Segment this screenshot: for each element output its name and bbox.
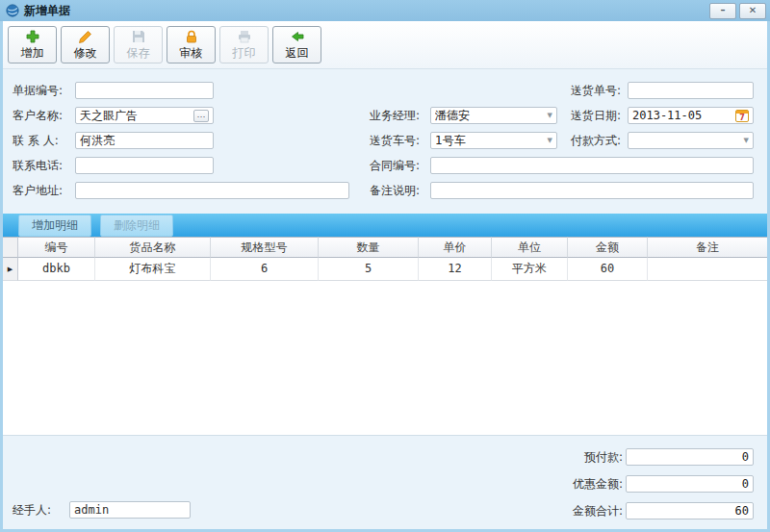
delivery-date-label: 送货日期:: [571, 107, 621, 124]
calendar-icon[interactable]: 7: [735, 110, 749, 122]
contact-person-input[interactable]: 何洪亮: [75, 132, 214, 149]
print-button-label: 打印: [233, 45, 256, 62]
customer-address-input[interactable]: [75, 182, 349, 199]
discount-input[interactable]: 0: [626, 475, 754, 493]
edit-button[interactable]: 修改: [61, 26, 110, 63]
payment-method-select[interactable]: ▼: [628, 132, 754, 149]
window-controls: – ✕: [709, 3, 766, 19]
col-header-spec[interactable]: 规格型号: [211, 237, 319, 258]
cell-spec[interactable]: 6: [211, 258, 319, 281]
contract-no-input[interactable]: [430, 157, 754, 174]
prepayment-input[interactable]: 0: [626, 448, 754, 466]
col-header-price[interactable]: 单价: [419, 237, 492, 258]
contract-no-label: 合同编号:: [370, 157, 420, 174]
close-button[interactable]: ✕: [739, 3, 766, 19]
total-amount-label: 金额合计:: [573, 502, 623, 519]
back-arrow-icon: [290, 29, 305, 44]
audit-button-label: 审核: [180, 45, 203, 62]
window-content: 增加 修改 保存 审核 打印 返回: [3, 21, 767, 529]
cell-amount[interactable]: 60: [568, 258, 648, 281]
window-title: 新增单据: [24, 3, 70, 19]
customer-name-input[interactable]: 天之眼广告 …: [75, 107, 214, 124]
col-header-remark[interactable]: 备注: [648, 237, 767, 258]
contact-person-label: 联 系 人:: [13, 132, 59, 149]
header-form: 单据编号: 送货单号: 客户名称: 天之眼广告 … 业务经理: 潘德安 ▼ 送货…: [3, 69, 767, 214]
cell-code[interactable]: dbkb: [18, 258, 95, 281]
ellipsis-icon: …: [197, 110, 206, 119]
main-toolbar: 增加 修改 保存 审核 打印 返回: [3, 21, 767, 69]
chevron-down-icon: ▼: [744, 133, 749, 148]
add-detail-button[interactable]: 增加明细: [18, 215, 91, 237]
vehicle-no-select[interactable]: 1号车 ▼: [430, 132, 557, 149]
save-icon: [131, 29, 146, 44]
contact-phone-input[interactable]: [75, 157, 214, 174]
customer-lookup-button[interactable]: …: [193, 110, 209, 122]
remarks-input[interactable]: [430, 182, 754, 199]
add-button[interactable]: 增加: [8, 26, 57, 63]
vehicle-no-label: 送货车号:: [370, 132, 420, 149]
col-header-qty[interactable]: 数量: [319, 237, 419, 258]
business-manager-label: 业务经理:: [370, 107, 420, 124]
add-button-label: 增加: [21, 45, 44, 62]
add-icon: [25, 29, 40, 44]
cell-qty[interactable]: 5: [319, 258, 419, 281]
grid-selector-header: [3, 237, 18, 258]
row-selector-icon[interactable]: ▶: [3, 258, 18, 281]
cell-unit[interactable]: 平方米: [492, 258, 568, 281]
delivery-no-label: 送货单号:: [571, 82, 621, 99]
edit-button-label: 修改: [74, 45, 97, 62]
save-button-label: 保存: [127, 45, 150, 62]
table-row[interactable]: ▶ dbkb 灯布科宝 6 5 12 平方米 60: [3, 258, 767, 281]
handler-input[interactable]: admin: [69, 501, 191, 519]
print-icon: [237, 29, 252, 44]
col-header-unit[interactable]: 单位: [492, 237, 568, 258]
doc-no-label: 单据编号:: [13, 82, 63, 99]
discount-label: 优惠金额:: [573, 475, 623, 493]
handler-label: 经手人:: [13, 501, 51, 519]
globe-icon: [6, 4, 19, 17]
minimize-button[interactable]: –: [709, 3, 736, 19]
customer-address-label: 客户地址:: [13, 182, 63, 199]
chevron-down-icon: ▼: [548, 108, 552, 123]
delivery-no-input[interactable]: [628, 82, 754, 99]
col-header-code[interactable]: 编号: [18, 237, 95, 258]
chevron-down-icon: ▼: [548, 133, 552, 148]
save-button: 保存: [114, 26, 163, 63]
back-button[interactable]: 返回: [272, 26, 321, 63]
customer-name-label: 客户名称:: [13, 107, 63, 124]
cell-remark[interactable]: [648, 258, 767, 281]
remarks-label: 备注说明:: [370, 182, 420, 199]
audit-button[interactable]: 审核: [167, 26, 216, 63]
payment-method-label: 付款方式:: [571, 132, 621, 149]
close-icon: ✕: [749, 5, 757, 15]
total-amount-input[interactable]: 60: [626, 502, 754, 519]
totals-footer: 预付款: 0 优惠金额: 0 金额合计: 60 经手人: admin: [3, 435, 767, 529]
detail-grid: 编号 货品名称 规格型号 数量 单价 单位 金额 备注 ▶ dbkb 灯布科宝 …: [3, 237, 767, 435]
business-manager-select[interactable]: 潘德安 ▼: [430, 107, 557, 124]
detail-toolbar: 增加明细 删除明细: [3, 214, 767, 237]
titlebar: 新增单据 – ✕: [0, 0, 770, 21]
cell-price[interactable]: 12: [419, 258, 492, 281]
back-button-label: 返回: [286, 45, 309, 62]
col-header-amount[interactable]: 金额: [568, 237, 648, 258]
audit-lock-icon: [184, 29, 199, 44]
doc-no-input[interactable]: [75, 82, 214, 99]
col-header-product[interactable]: 货品名称: [95, 237, 211, 258]
delivery-date-input[interactable]: 2013-11-05 7: [628, 107, 754, 124]
edit-icon: [78, 29, 93, 44]
window: 新增单据 – ✕ 增加 修改 保存 审核: [0, 0, 770, 532]
delete-detail-button: 删除明细: [100, 215, 173, 237]
print-button: 打印: [219, 26, 269, 63]
prepayment-label: 预付款:: [584, 448, 623, 466]
contact-phone-label: 联系电话:: [13, 157, 63, 174]
cell-product[interactable]: 灯布科宝: [95, 258, 211, 281]
grid-header-row: 编号 货品名称 规格型号 数量 单价 单位 金额 备注: [3, 237, 767, 258]
minimize-icon: –: [721, 5, 726, 15]
